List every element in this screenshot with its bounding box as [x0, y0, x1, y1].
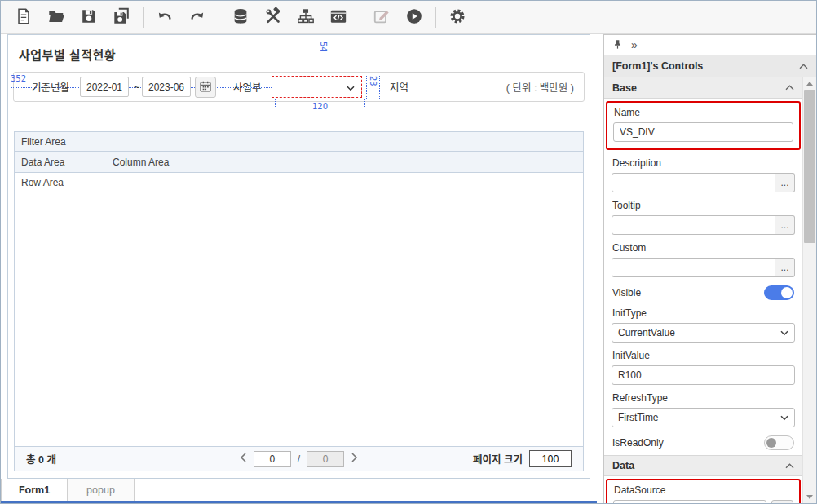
scroll-up-button[interactable] [803, 77, 816, 90]
calendar-button[interactable] [195, 77, 216, 98]
filter-area-cell[interactable]: Filter Area [15, 132, 583, 152]
toggle-knob [766, 438, 776, 448]
pin-button[interactable] [612, 39, 623, 51]
initvalue-input[interactable] [612, 365, 795, 385]
refreshtype-select[interactable]: FirstTime [612, 408, 795, 427]
chevron-up-icon [799, 64, 808, 69]
inittype-label: InitType [612, 307, 794, 319]
isreadonly-label: IsReadOnly [612, 437, 664, 449]
chevron-down-icon [347, 80, 355, 95]
main-toolbar [1, 1, 816, 34]
division-combobox[interactable] [272, 76, 362, 98]
save-all-icon [113, 7, 130, 28]
chevron-down-icon [780, 415, 788, 421]
refreshtype-label: RefreshType [612, 392, 794, 404]
panel-scroll-area: Base Name Description ... T [604, 77, 816, 503]
chevron-down-icon [780, 330, 788, 336]
tab-popup[interactable]: popup [68, 479, 135, 501]
code-editor-button[interactable] [324, 4, 353, 30]
isreadonly-toggle[interactable] [764, 435, 794, 450]
save-button[interactable] [74, 4, 104, 30]
edit-button[interactable] [367, 4, 396, 30]
page-divider: / [298, 453, 300, 465]
custom-input[interactable] [612, 258, 775, 277]
name-label: Name [614, 107, 793, 118]
database-icon [232, 7, 250, 28]
datasource-ellipsis-button[interactable]: ... [771, 500, 793, 503]
tooltip-ellipsis-button[interactable]: ... [775, 215, 795, 235]
toolbar-separator [360, 7, 360, 28]
datasource-field-highlight: DataSource 사업부 ... [606, 479, 801, 503]
triangle-up-icon [806, 82, 813, 86]
panel-scrollbar[interactable] [802, 77, 816, 503]
section-base[interactable]: Base [604, 77, 802, 99]
date-to-input[interactable] [142, 77, 191, 97]
pivot-grid: Filter Area Data Area Column Area Row Ar… [14, 131, 584, 471]
hierarchy-button[interactable] [291, 4, 320, 30]
double-chevron-right-icon: » [631, 39, 638, 51]
pin-icon [612, 39, 623, 51]
next-page-button[interactable] [351, 453, 358, 465]
page-size-label: 페이지 크기 [473, 451, 523, 466]
grid-body [15, 192, 583, 446]
custom-label: Custom [612, 242, 794, 254]
row-area-cell[interactable]: Row Area [15, 173, 104, 192]
isreadonly-row: IsReadOnly [612, 435, 794, 450]
database-button[interactable] [226, 4, 255, 30]
tab-form1[interactable]: Form1 [1, 479, 68, 501]
new-document-icon [15, 7, 33, 28]
undo-icon [156, 7, 174, 28]
open-folder-button[interactable] [42, 4, 71, 30]
period-label: 기준년월 [32, 73, 69, 101]
grid-header-row: Data Area Column Area [15, 152, 583, 173]
prev-page-button[interactable] [240, 453, 247, 465]
collapse-panel-button[interactable]: » [631, 39, 638, 51]
current-page-input[interactable] [254, 451, 291, 467]
description-input[interactable] [612, 173, 775, 192]
initvalue-label: InitValue [612, 350, 794, 361]
data-area-cell[interactable]: Data Area [15, 152, 104, 172]
description-ellipsis-button[interactable]: ... [775, 173, 795, 192]
scrollbar-thumb[interactable] [804, 90, 815, 243]
tooltip-input[interactable] [612, 215, 775, 235]
settings-icon [448, 7, 466, 28]
scroll-down-button[interactable] [803, 491, 816, 503]
chevron-up-icon [785, 85, 794, 91]
visible-toggle[interactable] [764, 285, 794, 300]
dimension-height: 23 [366, 76, 380, 99]
settings-button[interactable] [443, 4, 472, 30]
workspace: 사업부별 실적현황 54 352 기준년월 ~ 사업부 [1, 34, 816, 503]
datasource-select[interactable]: 사업부 [613, 500, 766, 503]
unit-label: ( 단위 : 백만원 ) [506, 73, 574, 101]
undo-button[interactable] [150, 4, 179, 30]
chevron-up-icon [785, 463, 794, 469]
app-window: 사업부별 실적현황 54 352 기준년월 ~ 사업부 [0, 0, 817, 504]
division-label: 사업부 [233, 73, 262, 101]
dimension-top-offset: 54 [319, 42, 328, 52]
inittype-select[interactable]: CurrentValue [612, 323, 795, 343]
name-input[interactable] [613, 122, 793, 142]
total-count-label: 총 0 개 [26, 451, 56, 466]
tools-button[interactable] [258, 4, 288, 30]
panel-toolbar: » [604, 35, 816, 55]
redo-button[interactable] [183, 4, 212, 30]
custom-ellipsis-button[interactable]: ... [775, 258, 795, 277]
save-all-button[interactable] [107, 4, 136, 30]
page-size-input[interactable] [529, 450, 572, 467]
panel-content: Base Name Description ... T [604, 77, 802, 503]
redo-icon [188, 7, 206, 28]
name-field-highlight: Name [606, 101, 801, 150]
new-document-button[interactable] [9, 4, 38, 30]
pagination-bar: 총 0 개 / 페이지 크기 [15, 446, 583, 471]
column-area-cell[interactable]: Column Area [104, 152, 583, 172]
save-icon [80, 7, 98, 28]
date-range-separator: ~ [134, 73, 139, 101]
run-button[interactable] [400, 4, 429, 30]
date-from-input[interactable] [80, 77, 129, 97]
controls-header[interactable]: [Form1]'s Controls [604, 55, 816, 77]
page-size-group: 페이지 크기 [473, 450, 572, 467]
total-pages-input [307, 451, 344, 467]
section-data[interactable]: Data [604, 455, 802, 476]
edit-icon [373, 7, 391, 28]
dimension-line-vertical [316, 37, 316, 73]
